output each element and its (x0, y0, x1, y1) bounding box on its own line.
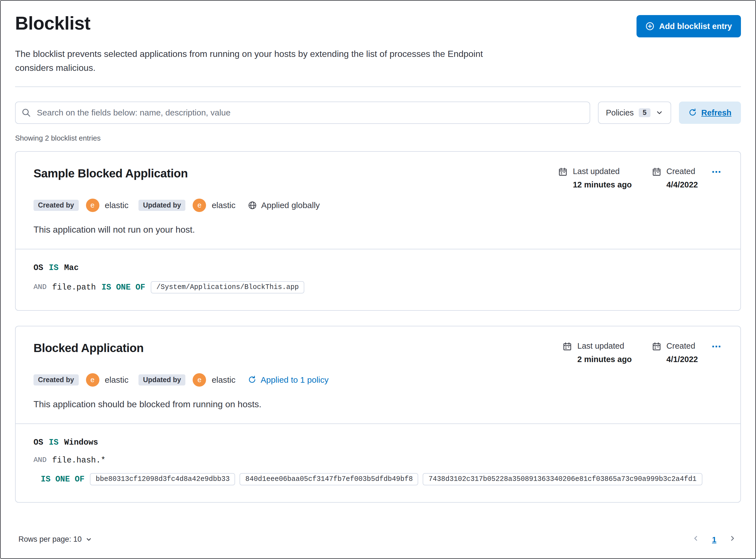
criteria-operator: IS (49, 263, 59, 272)
entry-meta: Last updated 2 minutes ago Created 4/1/2… (543, 341, 722, 363)
calendar-icon (563, 342, 572, 351)
entry-actions-menu-button[interactable] (710, 165, 722, 179)
last-updated-value: 2 minutes ago (577, 355, 632, 363)
calendar-icon (558, 167, 567, 176)
created-by-user: elastic (105, 375, 128, 384)
criteria-values-line: IS ONE OF bbe80313cf12098d3fc4d8a42e9dbb… (41, 473, 722, 485)
toolbar: Policies 5 Refresh (15, 101, 741, 124)
rows-per-page-label: Rows per page: 10 (18, 535, 82, 543)
last-updated-meta: Last updated 12 minutes ago (558, 166, 632, 189)
entry-meta: Last updated 12 minutes ago Created 4/4/… (538, 166, 722, 189)
last-updated-label: Last updated (577, 341, 632, 350)
criteria-value-chip: bbe80313cf12098d3fc4d8a42e9dbb33 (90, 473, 235, 485)
criteria-os-line: OS IS Windows (34, 438, 722, 447)
chevron-right-icon (729, 534, 736, 542)
created-by-user: elastic (105, 200, 128, 210)
criteria-conjunction: AND (34, 283, 47, 291)
chevron-down-icon (655, 109, 663, 116)
criteria-value: Windows (64, 438, 98, 447)
refresh-label: Refresh (701, 108, 731, 117)
boxes-horizontal-icon (712, 167, 721, 176)
header-divider (15, 86, 741, 87)
search-input[interactable] (15, 101, 590, 124)
criteria-os-line: OS IS Mac (34, 263, 722, 272)
chevron-left-icon (692, 534, 699, 542)
pagination: 1 (691, 533, 738, 545)
policies-count-badge: 5 (639, 108, 650, 117)
created-by-badge: Created by (34, 199, 79, 210)
plus-circle-icon (646, 22, 655, 31)
created-label: Created (666, 166, 698, 176)
criteria-value-chip: 7438d3102c317b05228a350891363340206e81cf… (423, 473, 702, 485)
last-updated-label: Last updated (573, 166, 632, 176)
criteria-operator: IS ONE OF (41, 474, 85, 484)
calendar-icon (652, 342, 661, 351)
rows-per-page-button[interactable]: Rows per page: 10 (18, 535, 92, 543)
next-page-button[interactable] (728, 533, 738, 545)
criteria-value: Mac (64, 263, 79, 272)
created-by-badge: Created by (34, 374, 79, 385)
entry-actions-menu-button[interactable] (710, 340, 722, 354)
scope-label: Applied to 1 policy (260, 375, 329, 384)
policies-label: Policies (606, 108, 634, 117)
criteria-conjunction: AND (34, 456, 47, 464)
scope-policy-link[interactable]: Applied to 1 policy (247, 375, 329, 384)
criteria-condition-line: AND file.path IS ONE OF /System/Applicat… (34, 281, 722, 293)
chevron-down-icon (86, 536, 92, 542)
entry-title: Blocked Application (34, 341, 144, 355)
created-value: 4/1/2022 (666, 355, 698, 363)
created-label: Created (666, 341, 698, 350)
avatar: e (86, 198, 99, 212)
globe-icon (247, 201, 257, 209)
criteria-field: OS (34, 263, 43, 272)
scope-global: Applied globally (247, 200, 320, 210)
entry-attribution-row: Created by e elastic Updated by e elasti… (34, 373, 722, 386)
avatar: e (193, 373, 206, 386)
page-content: Blocklist Add blocklist entry The blockl… (1, 1, 755, 502)
policies-filter-button[interactable]: Policies 5 (598, 101, 671, 124)
entry-attribution-row: Created by e elastic Updated by e elasti… (34, 198, 722, 212)
boxes-horizontal-icon (712, 342, 721, 351)
pagination-footer: Rows per page: 10 1 (1, 522, 755, 558)
add-blocklist-entry-button[interactable]: Add blocklist entry (637, 15, 741, 37)
criteria-value-chip: 840d1eee06baa05cf3147fb7ef003b5dfdb49bf8 (240, 473, 418, 485)
criteria-value-chip: /System/Applications/BlockThis.app (151, 281, 304, 293)
avatar: e (193, 198, 206, 212)
showing-entries-count: Showing 2 blocklist entries (15, 134, 741, 142)
avatar: e (86, 373, 99, 386)
blocklist-entry-card: Blocked Application Last updated 2 minut… (15, 326, 741, 502)
created-meta: Created 4/1/2022 (652, 341, 698, 363)
criteria-operator: IS (49, 438, 59, 447)
updated-by-badge: Updated by (138, 199, 186, 210)
criteria-operator: IS ONE OF (101, 283, 145, 291)
last-updated-meta: Last updated 2 minutes ago (563, 341, 632, 363)
entry-description: This application should be blocked from … (34, 399, 722, 423)
entry-criteria: OS IS Windows AND file.hash.* IS ONE OF … (16, 424, 740, 502)
calendar-icon (652, 167, 661, 176)
page-description: The blocklist prevents selected applicat… (15, 47, 493, 75)
previous-page-button[interactable] (691, 533, 701, 545)
updated-by-user: elastic (212, 375, 235, 384)
page-number-1[interactable]: 1 (712, 535, 716, 544)
policy-sync-icon (247, 376, 256, 384)
page-title: Blocklist (15, 13, 90, 34)
criteria-condition-line: AND file.hash.* (34, 455, 722, 465)
page-header: Blocklist Add blocklist entry (15, 13, 741, 37)
search-field (15, 101, 590, 124)
entry-criteria: OS IS Mac AND file.path IS ONE OF /Syste… (16, 249, 740, 310)
updated-by-badge: Updated by (138, 374, 186, 385)
created-value: 4/4/2022 (666, 180, 698, 189)
last-updated-value: 12 minutes ago (573, 180, 632, 189)
criteria-field: file.hash.* (52, 455, 106, 465)
updated-by-user: elastic (212, 200, 235, 210)
refresh-button[interactable]: Refresh (679, 101, 741, 124)
search-icon (22, 108, 31, 117)
created-meta: Created 4/4/2022 (652, 166, 698, 189)
criteria-field: OS (34, 438, 43, 447)
blocklist-entry-card: Sample Blocked Application Last updated … (15, 151, 741, 311)
entry-description: This application will not run on your ho… (34, 225, 722, 248)
blocklist-page: Blocklist Add blocklist entry The blockl… (0, 0, 756, 559)
entry-title: Sample Blocked Application (34, 166, 188, 180)
add-button-label: Add blocklist entry (659, 22, 732, 31)
refresh-icon (688, 108, 697, 117)
